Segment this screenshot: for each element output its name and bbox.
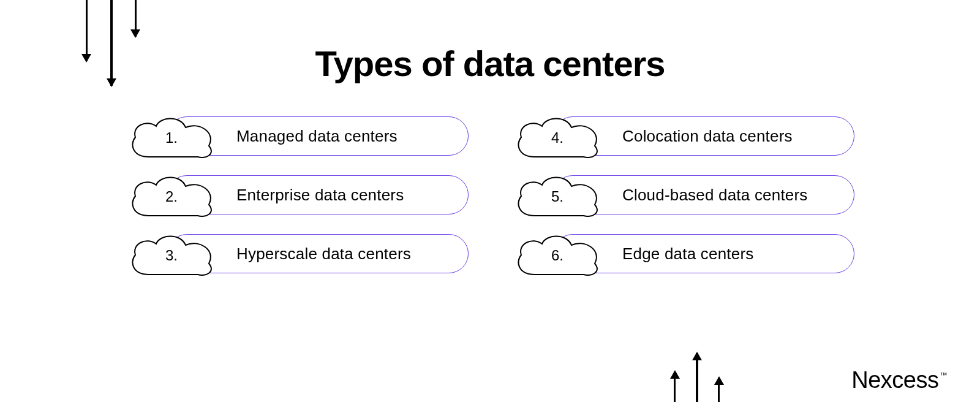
item-number: 1. — [126, 114, 217, 158]
item-2: Enterprise data centers 2. — [126, 175, 469, 214]
item-label: Cloud-based data centers — [622, 186, 808, 205]
item-6: Edge data centers 6. — [511, 234, 854, 273]
item-number: 6. — [511, 232, 603, 276]
page-title: Types of data centers — [0, 43, 980, 84]
item-number: 4. — [511, 114, 603, 158]
left-column: Managed data centers 1. Enterprise data … — [126, 116, 469, 273]
cloud-icon: 4. — [511, 114, 603, 158]
cloud-icon: 5. — [511, 173, 603, 217]
right-column: Colocation data centers 4. Cloud-based d… — [511, 116, 854, 273]
item-label: Colocation data centers — [622, 127, 793, 146]
item-5: Cloud-based data centers 5. — [511, 175, 854, 214]
item-label: Edge data centers — [622, 245, 753, 264]
brand-text: Nexcess — [851, 367, 938, 393]
item-number: 5. — [511, 173, 603, 217]
item-3: Hyperscale data centers 3. — [126, 234, 469, 273]
item-4: Colocation data centers 4. — [511, 116, 854, 156]
cloud-icon: 6. — [511, 232, 603, 276]
items-grid: Managed data centers 1. Enterprise data … — [0, 116, 980, 273]
item-number: 2. — [126, 173, 217, 217]
trademark-symbol: ™ — [940, 371, 948, 379]
item-label: Hyperscale data centers — [236, 245, 411, 264]
item-label: Enterprise data centers — [236, 186, 404, 205]
item-1: Managed data centers 1. — [126, 116, 469, 156]
brand-logo: Nexcess™ — [851, 367, 946, 393]
cloud-icon: 3. — [126, 232, 217, 276]
cloud-icon: 1. — [126, 114, 217, 158]
item-label: Managed data centers — [236, 127, 398, 146]
item-number: 3. — [126, 232, 217, 276]
cloud-icon: 2. — [126, 173, 217, 217]
